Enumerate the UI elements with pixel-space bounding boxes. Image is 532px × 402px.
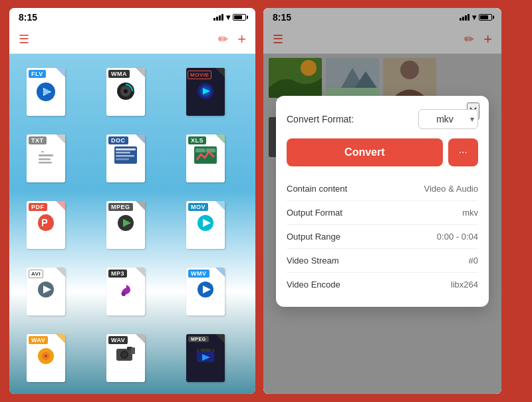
svg-rect-16	[116, 155, 134, 157]
convert-modal: ✕ Convert Format: mkv mp4 avi mov	[276, 96, 489, 307]
app-icon-mov[interactable]: MOV	[176, 195, 235, 255]
svg-rect-15	[116, 152, 130, 154]
svg-point-32	[45, 355, 47, 357]
info-row-output-format: Output Format mkv	[287, 201, 478, 225]
right-content: n3.jpeg 325.0 KB mainbg-4.jpg 28.4 KB ma…	[263, 54, 501, 394]
svg-rect-37	[131, 347, 135, 354]
app-icon-wav2[interactable]: WAV	[96, 328, 156, 388]
info-value-video-encode: libx264	[451, 280, 478, 290]
svg-rect-12	[39, 162, 52, 164]
left-nav-bar: ☰ ✏ +	[9, 25, 255, 54]
info-value-contain: Video & Audio	[424, 184, 478, 194]
app-icon-wav1[interactable]: WAV	[16, 328, 76, 388]
convert-button[interactable]: Convert	[287, 138, 443, 166]
svg-rect-17	[116, 158, 129, 160]
right-phone: 8:15 ▾ ☰ ✏ +	[263, 8, 501, 394]
info-value-output-range: 0:00 - 0:04	[437, 232, 478, 242]
info-label-contain: Contain content	[287, 184, 347, 194]
format-select-wrapper: mkv mp4 avi mov	[418, 109, 478, 129]
info-row-contain: Contain content Video & Audio	[287, 177, 478, 201]
app-grid-bg: FLV WMA	[9, 54, 255, 394]
app-icon-doc[interactable]: DOC	[96, 128, 156, 188]
left-status-time: 8:15	[19, 12, 37, 23]
info-label-video-encode: Video Encode	[287, 280, 340, 290]
app-icon-pdf[interactable]: PDF	[16, 195, 76, 255]
svg-point-5	[124, 89, 128, 93]
info-value-output-format: mkv	[462, 208, 478, 218]
modal-format-row: Convert Format: mkv mp4 avi mov	[287, 109, 478, 129]
svg-point-27	[122, 292, 126, 296]
app-icon-avi[interactable]: AVI	[16, 262, 76, 321]
app-icon-mpeg[interactable]: MPEG	[96, 195, 156, 255]
svg-point-2	[43, 89, 49, 95]
svg-rect-20	[206, 148, 215, 152]
info-label-output-range: Output Range	[287, 232, 340, 242]
svg-rect-11	[39, 158, 51, 160]
wifi-icon: ▾	[226, 13, 230, 22]
left-status-icons: ▾	[213, 13, 246, 22]
svg-rect-19	[196, 148, 205, 152]
edit-icon[interactable]: ✏	[218, 32, 228, 47]
info-row-video-encode: Video Encode libx264	[287, 273, 478, 296]
right-phone-inner: 8:15 ▾ ☰ ✏ +	[263, 8, 501, 394]
app-icon-mp3[interactable]: MP3	[96, 262, 156, 321]
convert-row: Convert ···	[287, 138, 478, 166]
hamburger-icon[interactable]: ☰	[19, 32, 29, 47]
svg-rect-14	[116, 148, 136, 150]
modal-overlay: ✕ Convert Format: mkv mp4 avi mov	[263, 54, 501, 394]
svg-rect-40	[198, 349, 201, 351]
left-status-bar: 8:15 ▾	[9, 8, 255, 25]
svg-rect-41	[210, 349, 213, 351]
app-icon-txt[interactable]: TXT	[16, 128, 76, 188]
app-icon-movie[interactable]: MOVIE	[176, 62, 235, 122]
info-label-video-stream: Video Stream	[287, 256, 339, 266]
svg-rect-10	[39, 154, 53, 156]
left-phone: 8:15 ▾ ☰ ✏ +	[9, 8, 255, 394]
app-grid: FLV WMA	[16, 62, 249, 388]
app-icon-xls[interactable]: XLS	[176, 128, 235, 188]
left-nav-icons: ✏ +	[218, 31, 246, 48]
format-select[interactable]: mkv mp4 avi mov	[418, 109, 478, 129]
signal-icon	[213, 14, 223, 21]
info-row-output-range: Output Range 0:00 - 0:04	[287, 225, 478, 249]
app-icon-wmv[interactable]: WMV	[176, 262, 235, 321]
add-icon[interactable]: +	[237, 31, 246, 48]
more-button[interactable]: ···	[448, 138, 478, 166]
modal-format-label: Convert Format:	[287, 114, 418, 124]
app-icon-flv[interactable]: FLV	[16, 62, 76, 122]
info-row-video-stream: Video Stream #0	[287, 249, 478, 273]
app-icon-mpeg2[interactable]: MPEG	[176, 328, 235, 388]
info-value-video-stream: #0	[469, 256, 478, 266]
svg-point-35	[122, 352, 127, 357]
info-label-output-format: Output Format	[287, 208, 342, 218]
app-icon-wma[interactable]: WMA	[96, 62, 156, 122]
battery-icon	[233, 14, 246, 21]
